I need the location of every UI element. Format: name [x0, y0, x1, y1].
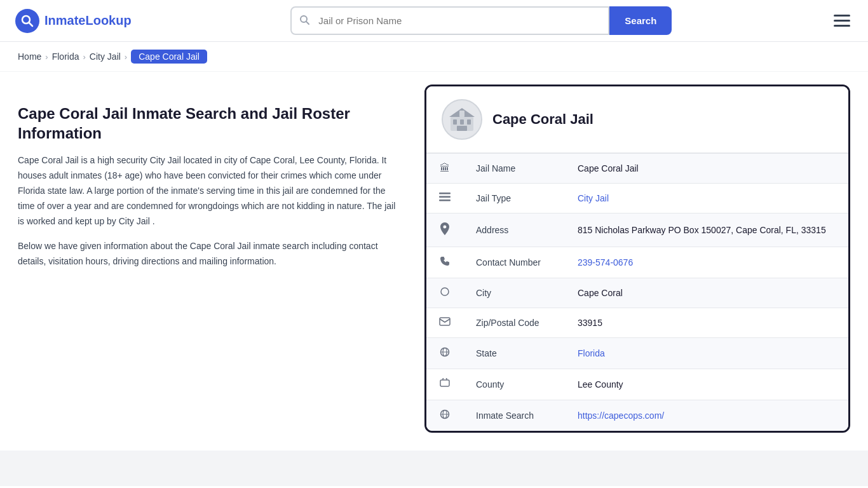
row-label: Jail Type [463, 184, 565, 214]
row-label: Address [463, 214, 565, 247]
row-link[interactable]: https://capecops.com/ [578, 410, 664, 421]
location-icon [426, 214, 463, 247]
site-logo[interactable]: InmateLookup [15, 9, 132, 33]
table-row: 🏛 Jail Name Cape Coral Jail [426, 154, 848, 184]
logo-text: InmateLookup [44, 13, 132, 28]
chevron-icon: › [45, 52, 48, 62]
row-value-text: Cape Coral [578, 288, 623, 298]
info-card: Cape Coral Jail 🏛 Jail Name Cape Coral J… [424, 85, 850, 433]
table-row: State Florida [426, 338, 848, 369]
search-globe-icon [426, 400, 463, 431]
building-icon: 🏛 [426, 154, 463, 184]
row-value: City Jail [565, 184, 848, 214]
row-label: Zip/Postal Code [463, 308, 565, 338]
svg-rect-7 [467, 119, 471, 125]
row-value-text: 33915 [578, 318, 602, 328]
table-row: County Lee County [426, 369, 848, 400]
svg-rect-11 [439, 193, 451, 194]
row-value-text: Lee County [578, 379, 623, 390]
breadcrumb-state[interactable]: Florida [52, 51, 79, 62]
page-description-2: Below we have given information about th… [18, 239, 399, 269]
row-value: Lee County [565, 369, 848, 400]
svg-rect-8 [457, 126, 467, 131]
row-label: State [463, 338, 565, 369]
svg-rect-19 [440, 380, 449, 386]
page-description-1: Cape Coral Jail is a high security City … [18, 153, 399, 229]
row-value-text: Cape Coral Jail [578, 163, 639, 173]
svg-rect-15 [440, 318, 450, 325]
search-input-wrapper [290, 6, 609, 35]
search-input[interactable] [313, 8, 600, 34]
row-label: Contact Number [463, 247, 565, 278]
table-row: City Cape Coral [426, 278, 848, 308]
row-value: Cape Coral [565, 278, 848, 308]
search-bar: Search [290, 6, 672, 35]
mail-icon [426, 308, 463, 338]
row-label: Jail Name [463, 154, 565, 184]
row-value-text: 815 Nicholas Parkway PO Box 150027, Cape… [578, 225, 826, 235]
table-row: Inmate Search https://capecops.com/ [426, 400, 848, 431]
left-panel: Cape Coral Jail Inmate Search and Jail R… [18, 85, 424, 433]
breadcrumb-current: Cape Coral Jail [131, 50, 207, 64]
svg-rect-10 [459, 111, 465, 117]
info-table: 🏛 Jail Name Cape Coral Jail Jail Type Ci… [426, 153, 848, 431]
svg-rect-6 [460, 119, 464, 125]
site-header: InmateLookup Search [0, 0, 868, 42]
breadcrumb-category[interactable]: City Jail [90, 51, 121, 62]
row-value: https://capecops.com/ [565, 400, 848, 431]
row-value: 815 Nicholas Parkway PO Box 150027, Cape… [565, 214, 848, 247]
menu-button[interactable] [831, 12, 853, 29]
card-header: Cape Coral Jail [426, 86, 848, 153]
globe-icon [426, 338, 463, 369]
row-link[interactable]: 239-574-0676 [578, 257, 633, 268]
breadcrumb: Home › Florida › City Jail › Cape Coral … [0, 42, 868, 72]
row-label: Inmate Search [463, 400, 565, 431]
right-panel: Cape Coral Jail 🏛 Jail Name Cape Coral J… [424, 85, 850, 433]
row-value: Florida [565, 338, 848, 369]
row-link[interactable]: City Jail [578, 193, 609, 203]
svg-point-14 [441, 288, 449, 295]
svg-line-3 [306, 22, 309, 24]
row-value: 239-574-0676 [565, 247, 848, 278]
breadcrumb-home[interactable]: Home [18, 51, 41, 62]
svg-line-1 [29, 22, 33, 26]
footer-bar [0, 451, 868, 486]
svg-rect-13 [439, 200, 451, 201]
search-button[interactable]: Search [609, 6, 672, 35]
main-content: Cape Coral Jail Inmate Search and Jail R… [0, 72, 868, 451]
table-row: Jail Type City Jail [426, 184, 848, 214]
chevron-icon: › [125, 52, 127, 62]
row-label: City [463, 278, 565, 308]
row-label: County [463, 369, 565, 400]
logo-icon [15, 9, 39, 33]
jail-avatar [442, 99, 482, 140]
card-title: Cape Coral Jail [492, 111, 593, 128]
table-row: Address 815 Nicholas Parkway PO Box 1500… [426, 214, 848, 247]
row-link[interactable]: Florida [578, 348, 605, 358]
page-title: Cape Coral Jail Inmate Search and Jail R… [18, 104, 399, 143]
table-row: Contact Number 239-574-0676 [426, 247, 848, 278]
svg-rect-12 [439, 196, 451, 198]
chevron-icon: › [83, 52, 86, 62]
county-icon [426, 369, 463, 400]
city-icon [426, 278, 463, 308]
list-icon [426, 184, 463, 214]
row-value: 33915 [565, 308, 848, 338]
row-value: Cape Coral Jail [565, 154, 848, 184]
phone-icon [426, 247, 463, 278]
table-row: Zip/Postal Code 33915 [426, 308, 848, 338]
search-icon [299, 15, 309, 27]
svg-rect-5 [453, 119, 457, 125]
